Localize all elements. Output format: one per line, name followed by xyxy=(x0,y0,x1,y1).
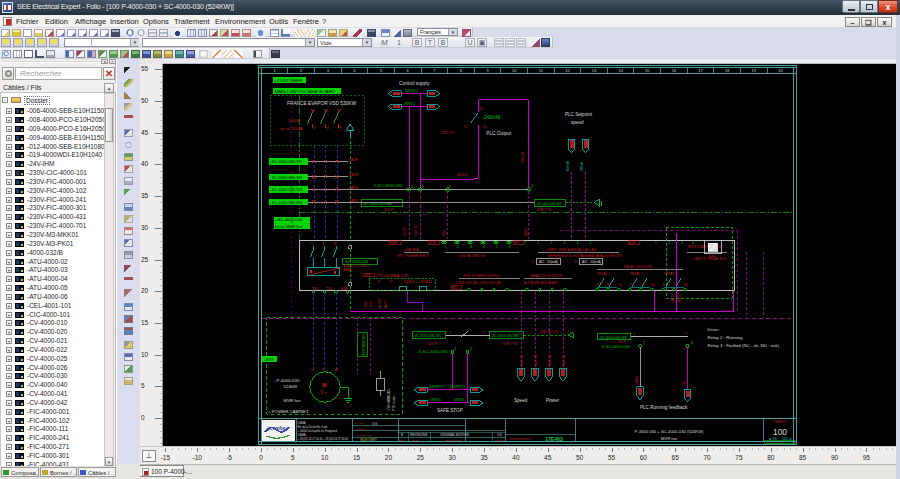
svg-text:+EXT: +EXT xyxy=(264,357,275,362)
svg-text:SHEET: SHEET xyxy=(775,420,786,424)
svg-text:W: W xyxy=(335,368,339,372)
svg-text:Relay 3 : Faulted (NC : ok, ND: Relay 3 : Faulted (NC : ok, ND : nok) xyxy=(708,343,780,348)
svg-text:ALSTD: ALSTD xyxy=(378,297,382,308)
svg-text:+ 00000 Lachapelle d.s Fouger: + 00000 Lachapelle d.s Fougerard xyxy=(298,429,338,433)
svg-text:24VDC: 24VDC xyxy=(414,224,418,236)
svg-text:0VDC: 0VDC xyxy=(404,101,415,106)
svg-text:REV: REV xyxy=(399,439,404,442)
svg-text:OG: OG xyxy=(372,422,378,426)
svg-text:2: 2 xyxy=(668,241,670,245)
svg-text:182-X4: 182-X4 xyxy=(521,151,525,163)
svg-text:20mA: 20mA xyxy=(580,161,584,171)
svg-text:A0TO: A0TO xyxy=(384,300,388,308)
svg-text:-SC-4000-030-W8: -SC-4000-030-W8 xyxy=(599,336,627,340)
svg-text:-SC-400-030-W7: -SC-400-030-W7 xyxy=(536,202,562,206)
svg-text:7: 7 xyxy=(643,341,645,345)
svg-text:DIGITAL INPUTS: DIGITAL INPUTS xyxy=(459,254,486,258)
svg-text:-SC-4000-030-W4: -SC-4000-030-W4 xyxy=(271,200,303,205)
svg-text:3: 3 xyxy=(681,241,683,245)
svg-text:-SC-4000-030-W6: -SC-4000-030-W6 xyxy=(491,334,519,338)
svg-text:ICAVAL: ICAVAL xyxy=(298,421,307,425)
svg-text:ABB: ABB xyxy=(343,268,349,272)
svg-text:3D32: 3D32 xyxy=(364,300,368,308)
svg-text:2: 2 xyxy=(470,347,472,351)
svg-text:K2(B2)2: K2(B2)2 xyxy=(421,280,432,284)
svg-text:14: 14 xyxy=(618,68,623,73)
svg-text:2: 2 xyxy=(314,126,316,130)
svg-text:1: 1 xyxy=(655,241,657,245)
svg-text:+ POWER CABINET: + POWER CABINET xyxy=(268,409,309,414)
svg-text:242-X7: 242-X7 xyxy=(441,130,455,135)
svg-text:MVR-B1: MVR-B1 xyxy=(520,354,524,366)
svg-text:T2: T2 xyxy=(389,280,393,284)
svg-text:15: 15 xyxy=(645,68,650,73)
svg-text:MVR fan: MVR fan xyxy=(284,398,302,403)
svg-text:4: 4 xyxy=(483,245,485,249)
svg-text:WCE CERT: WCE CERT xyxy=(360,438,377,442)
svg-text:0AYE: 0AYE xyxy=(349,158,359,162)
svg-text:16: 16 xyxy=(672,68,677,73)
svg-text:Rte de la Torche En Crote: Rte de la Torche En Crote xyxy=(298,425,328,429)
svg-text:G4B 2KA: G4B 2KA xyxy=(405,248,420,252)
svg-text:22: 22 xyxy=(640,283,644,287)
svg-text:+ 33 (0)1 24 27 00 00 + 33 (0: + 33 (0)1 24 27 00 00 + 33 (0)3 24 27 00… xyxy=(298,437,349,441)
svg-text:TSH-4000-301: TSH-4000-301 xyxy=(362,334,366,356)
svg-text:APPRVD. DATE: APPRVD. DATE xyxy=(354,434,372,437)
svg-text:ETH: ETH xyxy=(709,255,716,259)
svg-text:REVISIONS: REVISIONS xyxy=(410,433,427,437)
svg-text:3 ~: 3 ~ xyxy=(321,390,328,395)
svg-text:100: 100 xyxy=(773,427,787,437)
svg-text:U: U xyxy=(311,368,314,372)
svg-text:B: B xyxy=(401,433,403,437)
svg-text:3: 3 xyxy=(564,241,566,245)
svg-text:AO1 AGND AO2 AGND: AO1 AGND AO2 AGND xyxy=(524,281,558,285)
svg-text:5: 5 xyxy=(496,245,498,249)
svg-text:+SC-4000-030: +SC-4000-030 xyxy=(275,217,303,222)
svg-text:1: 1 xyxy=(455,347,457,351)
svg-text:ICAVAL: ICAVAL xyxy=(298,433,307,437)
svg-text:4: 4 xyxy=(577,241,579,245)
svg-text:21: 21 xyxy=(629,283,633,287)
svg-text:DRAWN: DRAWN xyxy=(354,422,363,425)
svg-text:0VDC: 0VDC xyxy=(403,226,407,236)
svg-text:17: 17 xyxy=(698,68,703,73)
svg-text:12: 12 xyxy=(565,68,570,73)
svg-text:PLC Output: PLC Output xyxy=(486,131,512,136)
svg-text:MAIN LOW VOLTAGE BOARD: MAIN LOW VOLTAGE BOARD xyxy=(275,89,335,94)
svg-text:-X-SC-4000-030: -X-SC-4000-030 xyxy=(417,349,448,354)
svg-text:EXT. POWER INPUT: EXT. POWER INPUT xyxy=(397,254,429,258)
svg-text:-X-SC-4000-030: -X-SC-4000-030 xyxy=(601,344,631,349)
svg-text:Control supply: Control supply xyxy=(399,81,430,86)
svg-text:DATE: DATE xyxy=(412,439,419,442)
svg-text:M: M xyxy=(322,382,327,388)
svg-text:7: 7 xyxy=(685,332,687,336)
svg-text:K2(B2)1: K2(B2)1 xyxy=(404,280,415,284)
svg-text:2: 2 xyxy=(457,245,459,249)
svg-text:31: 31 xyxy=(662,283,666,287)
svg-text:10E4: 10E4 xyxy=(524,228,528,236)
svg-text:3: 3 xyxy=(525,241,527,245)
svg-text:1600A: 1600A xyxy=(288,118,300,123)
svg-text:MVR fan: MVR fan xyxy=(661,436,678,441)
svg-text:REFERENCE 10 VOLTAGE AND ANALO: REFERENCE 10 VOLTAGE AND ANALOG INPUTS xyxy=(548,254,622,258)
svg-text:19: 19 xyxy=(752,68,757,73)
svg-text:24VSTO: 24VSTO xyxy=(429,384,444,389)
svg-text:Drive :: Drive : xyxy=(708,327,721,332)
svg-text:6: 6 xyxy=(340,126,342,130)
svg-text:-X-SC-4000-030: -X-SC-4000-030 xyxy=(372,183,403,188)
svg-text:PTC motor: PTC motor xyxy=(392,395,396,411)
svg-text:9E21: 9E21 xyxy=(369,301,373,308)
svg-text:2: 2 xyxy=(551,241,553,245)
svg-text:CHECKED: CHECKED xyxy=(354,428,366,431)
svg-text:24VDC: 24VDC xyxy=(405,88,419,93)
svg-text:PLC Setpoint: PLC Setpoint xyxy=(565,112,593,117)
svg-text:RELAY OUTPUTS: RELAY OUTPUTS xyxy=(624,265,653,269)
svg-text:RELAY 2: RELAY 2 xyxy=(630,272,643,276)
svg-text:Relay 2 : Running: Relay 2 : Running xyxy=(708,335,743,340)
svg-text:6: 6 xyxy=(531,184,533,188)
svg-text:120 P: 120 P xyxy=(384,208,394,212)
svg-text:-242KA8: -242KA8 xyxy=(482,115,500,120)
svg-text:0AYE: 0AYE xyxy=(349,173,359,177)
svg-text:67E-Y73: 67E-Y73 xyxy=(503,342,517,346)
svg-text:1: 1 xyxy=(444,245,446,249)
